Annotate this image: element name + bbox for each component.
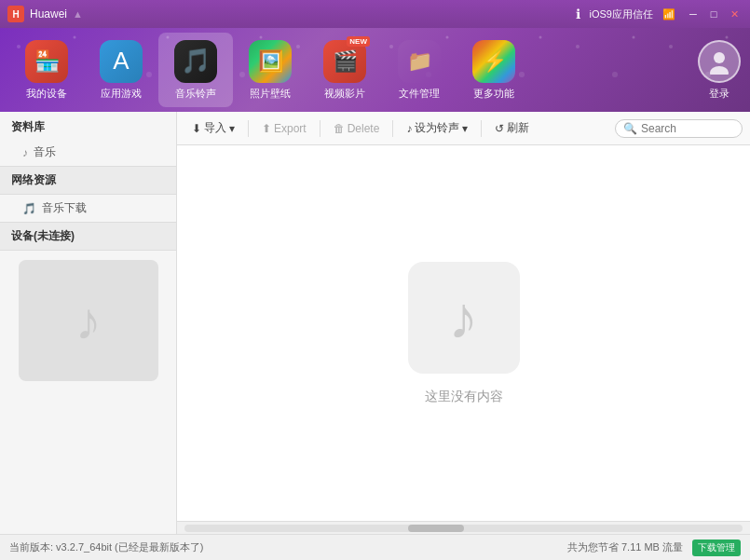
music-icon: 🎵 (174, 40, 217, 83)
refresh-icon: ↺ (495, 122, 504, 135)
more-label: 更多功能 (473, 87, 514, 101)
sidebar-thumbnail: ♪ (19, 260, 158, 381)
nav-item-appgame[interactable]: A 应用游戏 (84, 33, 158, 107)
toolbar: ⬇ 导入 ▾ ⬆ Export 🗑 Delete ♪ 设为铃声 ▾ (177, 112, 750, 145)
close-button[interactable]: ✕ (726, 6, 743, 22)
sidebar-item-musicdownload[interactable]: 🎵 音乐下载 (0, 195, 176, 222)
status-right: 共为您节省 7.11 MB 流量 下载管理 (567, 540, 741, 556)
refresh-button[interactable]: ↺ 刷新 (487, 117, 537, 139)
refresh-label: 刷新 (507, 120, 529, 136)
search-input[interactable] (641, 122, 734, 135)
import-button[interactable]: ⬇ 导入 ▾ (184, 117, 242, 139)
empty-text: 这里没有内容 (425, 389, 503, 405)
download-manager-button[interactable]: 下载管理 (692, 540, 741, 556)
download-music-icon: 🎵 (22, 202, 36, 215)
login-label: 登录 (709, 87, 730, 101)
empty-state: ♪ 这里没有内容 (177, 145, 750, 521)
import-dropdown-icon: ▾ (229, 122, 235, 135)
content-area: ⬇ 导入 ▾ ⬆ Export 🗑 Delete ♪ 设为铃声 ▾ (177, 112, 750, 534)
wifi-icon: 📶 (662, 8, 675, 20)
mydevice-label: 我的设备 (26, 87, 67, 101)
video-label: 视频影片 (324, 87, 365, 101)
nav-item-filemanage[interactable]: 📁 文件管理 (382, 33, 457, 107)
empty-music-icon: ♪ (408, 262, 520, 374)
separator-2 (320, 120, 320, 137)
video-icon: 🎬 NEW (323, 40, 366, 83)
title-separator: ▲ (73, 8, 83, 20)
scroll-track[interactable] (184, 525, 743, 532)
export-icon: ⬆ (262, 122, 271, 135)
nav-item-photo[interactable]: 🖼️ 照片壁纸 (233, 33, 307, 107)
photo-label: 照片壁纸 (250, 87, 291, 101)
export-label: Export (274, 122, 307, 135)
info-icon: ℹ (576, 7, 580, 21)
window-controls[interactable]: ─ □ ✕ (685, 6, 743, 22)
delete-label: Delete (348, 122, 380, 135)
nav-bar: 🏪 我的设备 A 应用游戏 🎵 音乐铃声 🖼️ 照片壁纸 🎬 NEW (0, 28, 750, 112)
title-bar-left: H Huawei ▲ (7, 6, 83, 22)
section-title-device: 设备(未连接) (0, 222, 176, 251)
app-title: Huawei (30, 7, 67, 20)
import-icon: ⬇ (192, 122, 201, 135)
ringtone-icon: ♪ (406, 122, 412, 135)
minimize-button[interactable]: ─ (685, 6, 702, 22)
sidebar-item-music[interactable]: ♪ 音乐 (0, 139, 176, 166)
mydevice-icon: 🏪 (25, 40, 68, 83)
filemanage-label: 文件管理 (399, 87, 440, 101)
section-title-library: 资料库 (0, 112, 176, 139)
export-button[interactable]: ⬆ Export (254, 119, 314, 138)
filemanage-icon: 📁 (398, 40, 441, 83)
appgame-label: 应用游戏 (101, 87, 142, 101)
music-note-icon: ♪ (22, 146, 28, 159)
separator-3 (392, 120, 393, 137)
scroll-thumb[interactable] (408, 525, 464, 532)
login-area[interactable]: 登录 (698, 40, 741, 101)
separator-4 (481, 120, 482, 137)
delete-icon: 🗑 (334, 122, 345, 135)
svg-point-0 (714, 52, 725, 63)
nav-item-music[interactable]: 🎵 音乐铃声 (158, 33, 233, 107)
import-label: 导入 (204, 120, 226, 136)
delete-button[interactable]: 🗑 Delete (326, 119, 388, 138)
maximize-button[interactable]: □ (705, 6, 722, 22)
music-item-label: 音乐 (34, 144, 56, 160)
nav-item-more[interactable]: ⚡ 更多功能 (457, 33, 531, 107)
sidebar: 资料库 ♪ 音乐 网络资源 🎵 音乐下载 设备(未连接) ♪ (0, 112, 177, 534)
app-logo: H (7, 6, 24, 22)
new-badge: NEW (347, 36, 370, 47)
status-bar: 当前版本: v3.2.7_64bit (已经是最新版本了) 共为您节省 7.11… (0, 534, 750, 560)
title-bar: H Huawei ▲ ℹ iOS9应用信任 📶 ─ □ ✕ (0, 0, 750, 28)
section-title-network: 网络资源 (0, 166, 176, 195)
separator-1 (248, 120, 249, 137)
more-icon: ⚡ (472, 40, 515, 83)
content-scrollbar[interactable] (177, 521, 750, 534)
ios-label: iOS9应用信任 (590, 7, 653, 21)
ringtone-label: 设为铃声 (415, 120, 459, 136)
nav-item-video[interactable]: 🎬 NEW 视频影片 (307, 33, 382, 107)
appgame-icon: A (100, 40, 143, 83)
thumbnail-music-icon: ♪ (75, 291, 102, 351)
avatar-icon (698, 40, 741, 83)
music-label: 音乐铃声 (175, 87, 216, 101)
savings-text: 共为您节省 7.11 MB 流量 (567, 540, 683, 554)
nav-item-mydevice[interactable]: 🏪 我的设备 (9, 33, 84, 107)
set-ringtone-button[interactable]: ♪ 设为铃声 ▾ (399, 117, 475, 139)
svg-point-1 (710, 66, 729, 75)
ringtone-dropdown-icon: ▾ (462, 122, 468, 135)
photo-icon: 🖼️ (249, 40, 292, 83)
musicdownload-label: 音乐下载 (42, 200, 87, 216)
nav-items: 🏪 我的设备 A 应用游戏 🎵 音乐铃声 🖼️ 照片壁纸 🎬 NEW (9, 33, 741, 107)
main-content: 资料库 ♪ 音乐 网络资源 🎵 音乐下载 设备(未连接) ♪ ⬇ 导入 ▾ ⬆ (0, 112, 750, 534)
search-icon: 🔍 (623, 122, 637, 135)
search-box[interactable]: 🔍 (615, 119, 743, 138)
version-text: 当前版本: v3.2.7_64bit (已经是最新版本了) (9, 540, 203, 554)
title-bar-right: ℹ iOS9应用信任 📶 ─ □ ✕ (576, 6, 743, 22)
